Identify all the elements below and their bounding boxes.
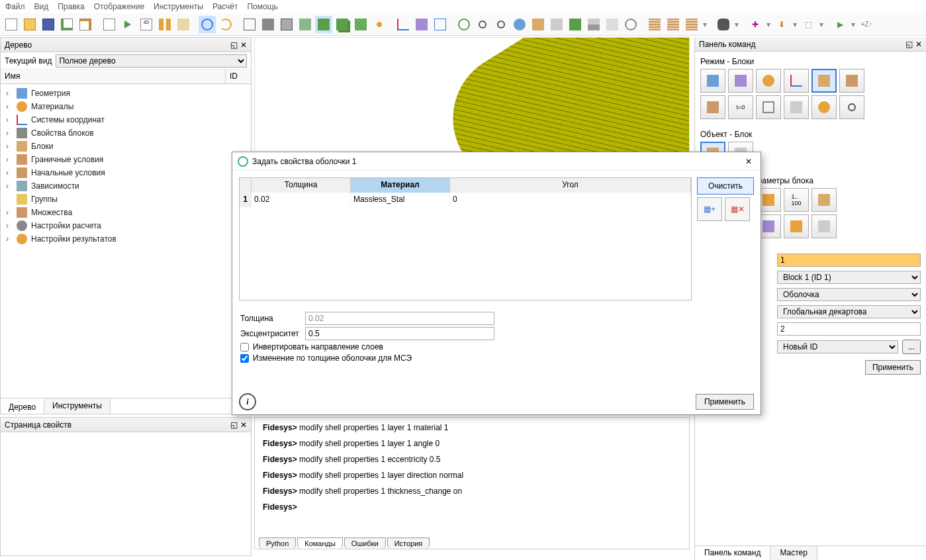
clear-button[interactable]: Очистить: [697, 177, 754, 195]
pause-icon[interactable]: [156, 16, 173, 33]
z-axis-icon[interactable]: +Z↑: [858, 16, 875, 33]
tree-node[interactable]: Группы: [6, 193, 246, 206]
tree-node[interactable]: ›Настройки расчета: [6, 219, 246, 232]
trans-cube-icon[interactable]: [297, 16, 314, 33]
redo-icon[interactable]: [217, 16, 234, 33]
globe-icon[interactable]: [511, 16, 528, 33]
tree-node[interactable]: ›Материалы: [6, 100, 246, 113]
tab-errors[interactable]: Ошибки: [344, 537, 386, 549]
tree-node[interactable]: ›Системы координат: [6, 113, 246, 126]
undock-icon[interactable]: ◱: [905, 40, 913, 49]
table-row[interactable]: 1 0.02 Massless_Stal 0: [240, 193, 691, 207]
save-icon[interactable]: [40, 16, 57, 33]
toolbar-overflow[interactable]: ▾: [702, 20, 708, 29]
settings-icon[interactable]: [715, 16, 732, 33]
mode-dep-icon[interactable]: [756, 95, 781, 119]
script-icon[interactable]: [101, 16, 118, 33]
act4-icon[interactable]: 1..100: [784, 188, 809, 212]
down-drop[interactable]: ▾: [792, 20, 798, 29]
tree-node[interactable]: ›Множества: [6, 206, 246, 219]
close-panel-icon[interactable]: ✕: [240, 40, 247, 50]
box-icon[interactable]: [530, 16, 547, 33]
tab-tools[interactable]: Инструменты: [44, 398, 111, 414]
tree-node[interactable]: ›Свойства блоков: [6, 126, 246, 140]
mode-grid-icon[interactable]: [839, 69, 864, 93]
open-icon[interactable]: [21, 16, 38, 33]
settings-drop[interactable]: ▾: [733, 20, 740, 29]
close-icon[interactable]: ✕: [742, 157, 755, 166]
close-panel-icon[interactable]: ✕: [240, 420, 247, 430]
tree-node[interactable]: ›Геометрия: [6, 87, 246, 100]
tree-body[interactable]: ›Геометрия ›Материалы ›Системы координат…: [1, 84, 251, 398]
axis-icon[interactable]: [394, 16, 412, 33]
edit-icon[interactable]: [175, 16, 192, 33]
tree-node[interactable]: ›Настройки результатов: [6, 232, 246, 246]
tab-python[interactable]: Python: [259, 537, 296, 549]
info-icon[interactable]: i: [239, 393, 256, 410]
grid-icon[interactable]: [585, 16, 602, 33]
cell-material[interactable]: Massless_Stal: [351, 193, 450, 207]
type-select[interactable]: Оболочка: [777, 288, 921, 301]
mode-search-icon[interactable]: [839, 95, 864, 119]
zoom-in-icon[interactable]: [474, 16, 491, 33]
cube-wb-icon[interactable]: [604, 16, 621, 33]
menu-file[interactable]: Файл: [5, 2, 25, 11]
mesh-cube-icon[interactable]: [352, 16, 369, 33]
undock-icon[interactable]: ◱: [230, 40, 238, 50]
persp-icon[interactable]: [413, 16, 430, 33]
tab-tree[interactable]: Дерево: [1, 398, 44, 414]
scale-icon[interactable]: [432, 16, 449, 33]
wire-cube-icon[interactable]: [241, 16, 258, 33]
refresh-icon[interactable]: [455, 16, 473, 33]
rotate-icon[interactable]: [199, 16, 216, 33]
hatch1-icon[interactable]: [646, 16, 663, 33]
green-cubes-icon[interactable]: [334, 16, 351, 33]
act10-icon[interactable]: [811, 214, 837, 238]
ruler-icon[interactable]: [548, 16, 565, 33]
cell-thickness[interactable]: 0.02: [252, 193, 351, 207]
mode-geom-icon[interactable]: [700, 69, 725, 93]
tab-cmd-panel[interactable]: Панель команд: [695, 546, 770, 560]
mode-t0-icon[interactable]: t=0: [728, 95, 753, 119]
cs-select[interactable]: Глобальная декартова: [777, 305, 921, 318]
run-icon[interactable]: [119, 16, 136, 33]
apply-button[interactable]: Применить: [865, 360, 921, 375]
menu-display[interactable]: Отображение: [94, 2, 144, 11]
down-icon[interactable]: ⬇: [773, 16, 790, 33]
link-drop[interactable]: ▾: [818, 20, 825, 29]
hatch3-icon[interactable]: [683, 16, 700, 33]
export-icon[interactable]: [58, 16, 75, 33]
mode-blocks-icon[interactable]: [811, 69, 837, 93]
zoom-out-icon[interactable]: [492, 16, 510, 33]
act9-icon[interactable]: [784, 214, 809, 238]
green-cube-icon[interactable]: [315, 16, 332, 33]
tree-node[interactable]: ›Граничные условия: [6, 153, 246, 166]
cross-icon[interactable]: ✚: [747, 16, 764, 33]
green-solid-icon[interactable]: [567, 16, 584, 33]
tab-commands[interactable]: Команды: [297, 537, 343, 549]
add-row-icon[interactable]: ▦+: [697, 197, 722, 221]
order-input[interactable]: [777, 322, 921, 336]
link-icon[interactable]: ⬚: [800, 16, 817, 33]
tab-wizard[interactable]: Мастер: [770, 546, 817, 560]
block-id-input[interactable]: [777, 254, 921, 267]
close-panel-icon[interactable]: ✕: [915, 40, 922, 49]
play-drop[interactable]: ▾: [850, 20, 857, 29]
cross-drop[interactable]: ▾: [765, 20, 772, 29]
mode-cs-icon[interactable]: [784, 69, 809, 93]
tree-node[interactable]: ›Блоки: [6, 140, 246, 153]
menu-calc[interactable]: Расчёт: [212, 2, 238, 11]
nodes-icon[interactable]: [371, 16, 388, 33]
mode-bc-icon[interactable]: [700, 95, 725, 119]
eccentricity-input[interactable]: [305, 327, 494, 340]
mode-calc-icon[interactable]: [784, 95, 809, 119]
act5-icon[interactable]: [811, 188, 837, 212]
layers-table[interactable]: Толщина Материал Угол 1 0.02 Massless_St…: [239, 177, 692, 301]
thickness-input[interactable]: [305, 312, 494, 325]
hidden-cube-icon[interactable]: [278, 16, 295, 33]
ellipsis-button[interactable]: ...: [902, 340, 921, 354]
import-icon[interactable]: [77, 16, 94, 33]
mode-res-icon[interactable]: [811, 95, 837, 119]
tab-history[interactable]: История: [387, 537, 430, 549]
undock-icon[interactable]: ◱: [230, 420, 238, 430]
